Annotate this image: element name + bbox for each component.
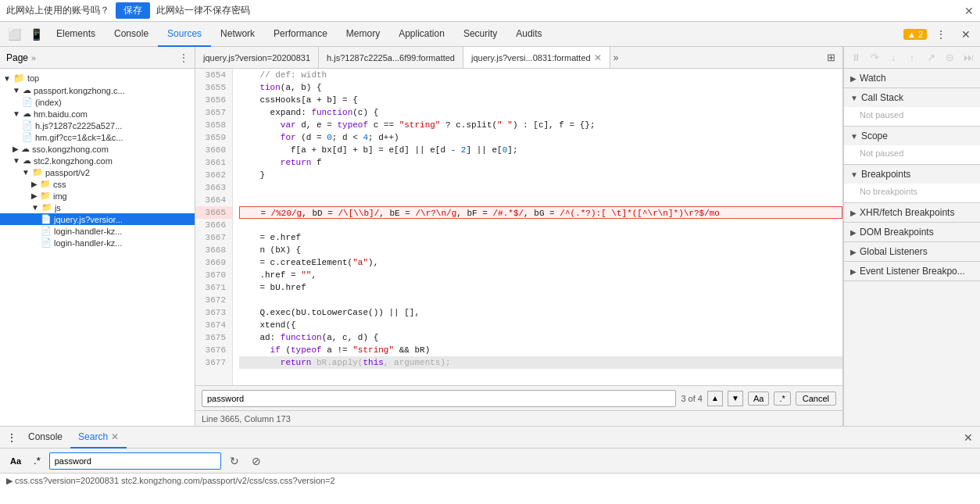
tree-item-js[interactable]: ▼ 📁 js bbox=[0, 202, 195, 213]
cloud-icon: ☁ bbox=[23, 109, 31, 119]
tree-item-img[interactable]: ▶ 📁 img bbox=[0, 190, 195, 202]
close-devtools-icon[interactable]: ✕ bbox=[955, 23, 977, 45]
tab-memory[interactable]: Memory bbox=[337, 22, 389, 47]
split-pane-icon[interactable]: ⊞ bbox=[822, 49, 839, 66]
refresh-search-icon[interactable]: ↻ bbox=[226, 452, 243, 470]
code-line-3662: } bbox=[239, 169, 842, 181]
code-tab-hjs[interactable]: h.js?1287c2225a...6f99:formatted bbox=[319, 47, 463, 69]
code-line-3667: = e.href bbox=[239, 231, 842, 244]
tree-item-css[interactable]: ▶ 📁 css bbox=[0, 178, 195, 190]
tree-label: sso.kongzhong.com bbox=[32, 145, 109, 154]
close-tab-icon[interactable]: ✕ bbox=[594, 52, 602, 63]
tree-item-hmgif[interactable]: 📄 hm.gif?cc=1&ck=1&c... bbox=[0, 131, 195, 143]
file-icon: 📄 bbox=[41, 214, 52, 224]
close-bottom-panel-icon[interactable]: ✕ bbox=[960, 429, 977, 446]
search-cancel-button[interactable]: Cancel bbox=[796, 391, 836, 406]
tree-item-passport-v2[interactable]: ▼ 📁 passport/v2 bbox=[0, 166, 195, 178]
deactivate-breakpoints-icon[interactable]: ⊝ bbox=[941, 49, 958, 66]
more-tabs-icon[interactable]: » bbox=[610, 52, 622, 63]
bottom-dots-button[interactable]: ⋮ bbox=[3, 429, 20, 446]
scope-header[interactable]: ▼ Scope bbox=[844, 127, 980, 145]
call-stack-header[interactable]: ▼ Call Stack bbox=[844, 88, 980, 107]
event-chevron-icon: ▶ bbox=[850, 267, 857, 276]
tree-item-jquery-selected[interactable]: 📄 jquery.js?versior... bbox=[0, 213, 195, 225]
cloud-icon: ☁ bbox=[21, 144, 30, 154]
call-stack-label: Call Stack bbox=[861, 92, 903, 103]
tree-item-top[interactable]: ▼ 📁 top bbox=[0, 72, 195, 84]
code-line-3674: xtend({ bbox=[239, 319, 842, 331]
folder-icon: 📁 bbox=[32, 167, 43, 177]
tree-item-stc2[interactable]: ▼ ☁ stc2.kongzhong.com bbox=[0, 155, 195, 166]
arrow-icon: ▼ bbox=[13, 156, 20, 165]
dom-breakpoints-header[interactable]: ▶ DOM Breakpoints bbox=[844, 223, 980, 241]
tab-label: jquery.js?version=20200831 bbox=[203, 53, 310, 63]
tab-search-bottom[interactable]: Search ✕ bbox=[70, 427, 127, 449]
bottom-search-input[interactable] bbox=[49, 452, 221, 470]
more-options-icon[interactable]: ⋮ bbox=[930, 23, 952, 45]
arrow-icon: ▶ bbox=[13, 145, 19, 153]
xhr-breakpoints-section: ▶ XHR/fetch Breakpoints bbox=[844, 203, 980, 223]
bottom-regex-button[interactable]: .* bbox=[30, 453, 45, 468]
case-sensitive-button[interactable]: Aa bbox=[748, 391, 769, 406]
clear-search-icon[interactable]: ⊘ bbox=[248, 452, 265, 470]
arrow-icon: ▶ bbox=[31, 191, 38, 200]
file-icon: 📄 bbox=[41, 238, 52, 248]
tree-item-hm-baidu[interactable]: ▼ ☁ hm.baidu.com bbox=[0, 108, 195, 120]
pause-icon[interactable]: ⏸ bbox=[847, 49, 864, 66]
device-icon[interactable]: 📱 bbox=[25, 23, 47, 45]
step-icon[interactable]: ↗ bbox=[922, 49, 939, 66]
step-over-icon[interactable]: ↷ bbox=[866, 49, 883, 66]
watch-header[interactable]: ▶ Watch bbox=[844, 69, 980, 88]
save-button[interactable]: 保存 bbox=[116, 2, 150, 19]
code-editor-area[interactable]: 3654 3655 3656 3657 3658 3659 3660 3661 … bbox=[195, 69, 842, 385]
folder-icon: 📁 bbox=[41, 202, 52, 213]
tab-application[interactable]: Application bbox=[389, 22, 454, 47]
code-lines-content[interactable]: // def: width tion(a, b) { cssHooks[a + … bbox=[233, 69, 842, 385]
tab-console[interactable]: Console bbox=[105, 22, 158, 47]
tab-elements[interactable]: Elements bbox=[47, 22, 105, 47]
folder-icon: 📁 bbox=[40, 191, 51, 201]
tab-network[interactable]: Network bbox=[211, 22, 264, 47]
regex-button[interactable]: .* bbox=[774, 391, 790, 406]
inspect-icon[interactable]: ⬜ bbox=[3, 23, 25, 45]
breakpoints-header[interactable]: ▼ Breakpoints bbox=[844, 165, 980, 184]
console-tab-label: Console bbox=[28, 431, 63, 442]
bottom-case-sensitive-button[interactable]: Aa bbox=[6, 455, 25, 467]
step-into-icon[interactable]: ↓ bbox=[885, 49, 902, 66]
tree-item-login-handler-1[interactable]: 📄 login-handler-kz... bbox=[0, 225, 195, 237]
event-listener-header[interactable]: ▶ Event Listener Breakpo... bbox=[844, 262, 980, 281]
bottom-panel: ⋮ Console Search ✕ ✕ Aa .* ↻ ⊘ ▶ css.css… bbox=[0, 426, 980, 504]
file-panel-menu-icon[interactable]: ⋮ bbox=[179, 52, 188, 63]
code-tab-jquery[interactable]: jquery.js?version=20200831 bbox=[195, 47, 319, 69]
tab-audits[interactable]: Audits bbox=[506, 22, 551, 47]
global-listeners-header[interactable]: ▶ Global Listeners bbox=[844, 242, 980, 261]
close-search-tab-icon[interactable]: ✕ bbox=[111, 431, 119, 442]
search-next-button[interactable]: ▼ bbox=[728, 391, 743, 406]
folder-icon: 📁 bbox=[40, 179, 51, 189]
close-notification-button[interactable]: ✕ bbox=[964, 5, 974, 17]
code-search-input[interactable] bbox=[202, 390, 676, 407]
xhr-breakpoints-header[interactable]: ▶ XHR/fetch Breakpoints bbox=[844, 203, 980, 222]
code-line-3666 bbox=[239, 219, 842, 231]
no-save-text: 此网站一律不保存密码 bbox=[156, 4, 250, 17]
tree-item-passport[interactable]: ▼ ☁ passport.kongzhong.c... bbox=[0, 84, 195, 96]
step-out-icon[interactable]: ↑ bbox=[903, 49, 921, 66]
tab-console-bottom[interactable]: Console bbox=[20, 427, 70, 449]
tree-item-hjs[interactable]: 📄 h.js?1287c2225a527... bbox=[0, 120, 195, 131]
warning-badge: ▲ 2 bbox=[903, 29, 927, 40]
search-prev-button[interactable]: ▲ bbox=[707, 391, 723, 406]
tree-item-index[interactable]: 📄 (index) bbox=[0, 96, 195, 108]
tree-label: passport.kongzhong.c... bbox=[34, 86, 125, 95]
pause-on-exceptions-icon[interactable]: ⏭ bbox=[960, 49, 977, 66]
code-tab-jquery-formatted[interactable]: jquery.js?versi...0831:formatted ✕ bbox=[463, 47, 610, 69]
tab-sources[interactable]: Sources bbox=[158, 22, 211, 47]
line-numbers: 3654 3655 3656 3657 3658 3659 3660 3661 … bbox=[195, 69, 233, 385]
tab-performance[interactable]: Performance bbox=[264, 22, 337, 47]
tree-item-sso[interactable]: ▶ ☁ sso.kongzhong.com bbox=[0, 143, 195, 155]
file-icon: 📄 bbox=[22, 97, 33, 107]
code-line-3655: tion(a, b) { bbox=[239, 81, 842, 94]
tree-label: css bbox=[53, 180, 66, 189]
tab-security[interactable]: Security bbox=[454, 22, 506, 47]
tree-item-login-handler-2[interactable]: 📄 login-handler-kz... bbox=[0, 237, 195, 248]
result-item-1[interactable]: ▶ css.css?version=20200831 stc2.kongzhon… bbox=[3, 475, 977, 487]
